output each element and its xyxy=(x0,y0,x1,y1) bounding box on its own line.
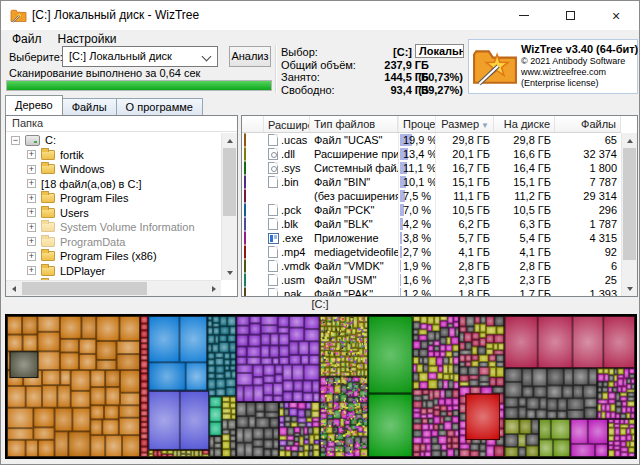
expand-toggle[interactable]: + xyxy=(27,165,36,174)
titlebar[interactable]: [C:] Локальный диск - WizTree × xyxy=(1,1,639,30)
percent-cell: 4,2 % xyxy=(398,217,436,231)
scroll-up-button[interactable] xyxy=(222,133,238,148)
scroll-thumb[interactable] xyxy=(22,282,147,295)
tree-item-label: Windows xyxy=(60,163,105,175)
tree-item[interactable]: +Program Files xyxy=(6,191,221,206)
swatch-cell xyxy=(242,203,264,217)
extension-cell: .sys xyxy=(264,161,310,175)
maximize-icon xyxy=(566,11,575,20)
file-type-cell: Файл "VMDK" xyxy=(310,259,398,273)
scroll-thumb[interactable] xyxy=(623,148,636,260)
tree-item[interactable]: +fortik xyxy=(6,148,221,163)
expand-toggle[interactable]: + xyxy=(27,150,36,159)
scroll-thumb[interactable] xyxy=(223,148,236,216)
expand-toggle[interactable]: + xyxy=(27,237,36,246)
percent-bar xyxy=(400,260,401,272)
table-row[interactable]: (без расширения)7,5 %11,1 ГБ11,2 ГБ29 31… xyxy=(242,189,621,203)
expand-toggle[interactable]: − xyxy=(11,136,20,145)
table-row[interactable]: .sysСистемный файл11,1 %16,7 ГБ16,4 ГБ1 … xyxy=(242,161,621,175)
disk-cell: 4,1 ГБ xyxy=(494,245,555,259)
extension-label: .exe xyxy=(282,231,303,245)
extension-label: .pck xyxy=(281,203,301,217)
scroll-down-button[interactable] xyxy=(622,281,638,296)
tab-0[interactable]: Дерево xyxy=(5,95,63,115)
menu-item-0[interactable]: Файл xyxy=(4,31,50,47)
table-row[interactable]: .binФайл "BIN"10,1 %15,1 ГБ15,1 ГБ7 787 xyxy=(242,175,621,189)
size-cell: 5,7 ГБ xyxy=(436,231,494,245)
table-row[interactable]: .exeПриложение3,8 %5,7 ГБ5,4 ГБ4 315 xyxy=(242,231,621,245)
tree-item[interactable]: +[18 файл(а,ов) в C:] xyxy=(6,177,221,192)
close-button[interactable]: × xyxy=(593,1,639,30)
tree-horizontal-scrollbar[interactable] xyxy=(6,280,221,296)
expand-toggle[interactable]: + xyxy=(27,223,36,232)
expand-toggle[interactable]: + xyxy=(27,252,36,261)
column-header-files[interactable]: Файлы xyxy=(555,116,621,132)
folder-tree: −C:+fortik+Windows+[18 файл(а,ов) в C:]+… xyxy=(6,133,221,280)
tree-column-header[interactable]: Папка xyxy=(6,116,237,132)
swatch-cell xyxy=(242,231,264,245)
tab-2[interactable]: О программе xyxy=(116,98,203,115)
folder-icon xyxy=(41,251,55,261)
file-type-cell: mediagetvideofile xyxy=(310,245,398,259)
analyze-button[interactable]: Анализ xyxy=(229,46,271,67)
treemap-canvas[interactable] xyxy=(7,316,635,457)
tree-item-label: Program Files xyxy=(60,192,128,204)
tree-item[interactable]: +Program Files (x86) xyxy=(6,249,221,264)
expand-toggle[interactable]: + xyxy=(27,266,36,275)
table-row[interactable]: .dllРасширение приложения13,4 %20,1 ГБ16… xyxy=(242,147,621,161)
minimize-button[interactable] xyxy=(501,1,547,30)
stat-label: Свободно: xyxy=(281,84,335,96)
scroll-down-button[interactable] xyxy=(222,265,238,280)
table-row[interactable]: .pakФайл "PAK"1,2 %1,8 ГБ1,7 ГБ1 393 xyxy=(242,287,621,296)
percent-cell: 19,9 % xyxy=(398,133,436,147)
file-type-cell: Файл "PCK" xyxy=(310,203,398,217)
column-header-sw[interactable] xyxy=(242,116,264,132)
files-cell: 29 314 xyxy=(555,189,621,203)
drive-icon xyxy=(25,135,40,146)
maximize-button[interactable] xyxy=(547,1,593,30)
stat-label: Занято: xyxy=(281,71,320,83)
expand-toggle[interactable]: + xyxy=(27,208,36,217)
tree-item[interactable]: +LDPlayer xyxy=(6,264,221,279)
table-row[interactable]: .pckФайл "PCK"7,0 %10,5 ГБ10,5 ГБ296 xyxy=(242,203,621,217)
scroll-up-button[interactable] xyxy=(622,133,638,148)
table-row[interactable]: .mp4mediagetvideofile2,7 %4,1 ГБ4,1 ГБ92 xyxy=(242,245,621,259)
tree-item[interactable]: −C: xyxy=(6,133,221,148)
expand-toggle[interactable]: + xyxy=(27,179,36,188)
app-icon xyxy=(268,233,279,244)
tree-item[interactable]: +System Volume Information xyxy=(6,220,221,235)
swatch-cell xyxy=(242,217,264,231)
files-cell: 6 xyxy=(555,259,621,273)
stat-row: Выбор:[C:]Локальны xyxy=(281,46,466,59)
scroll-right-button[interactable] xyxy=(206,281,221,297)
treemap[interactable] xyxy=(5,314,637,459)
percent-bar xyxy=(400,232,402,244)
size-cell: 11,1 ГБ xyxy=(436,189,494,203)
table-vertical-scrollbar[interactable] xyxy=(621,133,637,296)
minimize-icon xyxy=(519,15,529,16)
tree-item[interactable]: +Users xyxy=(6,206,221,221)
column-header-label: Тип файлов xyxy=(314,118,375,130)
expand-toggle[interactable]: + xyxy=(27,194,36,203)
tree-item[interactable]: +ProgramData xyxy=(6,235,221,250)
files-cell: 7 787 xyxy=(555,175,621,189)
table-row[interactable]: .usmФайл "USM"1,6 %2,3 ГБ2,3 ГБ25 xyxy=(242,273,621,287)
column-header-pct[interactable]: Процент xyxy=(398,116,436,132)
tree-vertical-scrollbar[interactable] xyxy=(221,133,237,280)
color-swatch xyxy=(244,161,246,175)
stat-percent: (60,73%) xyxy=(418,71,463,83)
column-header-size[interactable]: Размер▼ xyxy=(436,116,494,132)
table-row[interactable]: .vmdkФайл "VMDK"1,9 %2,8 ГБ2,8 ГБ6 xyxy=(242,259,621,273)
menu-item-1[interactable]: Настройки xyxy=(50,31,125,47)
table-row[interactable]: .blkФайл "BLK"4,2 %6,2 ГБ6,3 ГБ1 787 xyxy=(242,217,621,231)
website-link[interactable]: www.wiztreefree.com xyxy=(521,67,635,77)
drive-combobox[interactable]: [C:] Локальный диск xyxy=(62,46,218,67)
column-header-disk[interactable]: На диске xyxy=(494,116,555,132)
tab-1[interactable]: Файлы xyxy=(62,98,117,115)
scroll-left-button[interactable] xyxy=(6,281,21,297)
tree-item[interactable]: +Windows xyxy=(6,162,221,177)
table-row[interactable]: .ucasФайл "UCAS"19,9 %29,8 ГБ29,8 ГБ65 xyxy=(242,133,621,147)
extension-cell xyxy=(264,189,310,203)
column-header-type[interactable]: Тип файлов xyxy=(310,116,398,132)
column-header-ext[interactable]: Расшире... xyxy=(264,116,310,132)
